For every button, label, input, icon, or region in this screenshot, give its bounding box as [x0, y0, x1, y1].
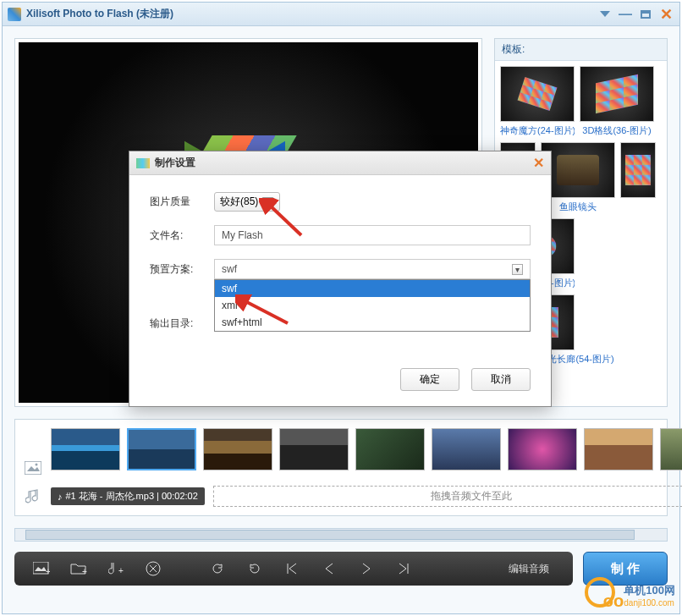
filename-label: 文件名:: [150, 228, 214, 243]
thumb-5[interactable]: [432, 428, 501, 470]
preset-option-swfhtml[interactable]: swf+html: [215, 314, 530, 331]
preset-select[interactable]: swf ▾: [214, 259, 531, 279]
ok-button[interactable]: 确定: [400, 368, 459, 391]
quality-select[interactable]: 较好(85) ▼: [214, 192, 280, 212]
move-right-button[interactable]: [356, 558, 377, 579]
preset-option-xml[interactable]: xml: [215, 297, 530, 314]
thumb-1[interactable]: [127, 428, 196, 470]
thumb-6[interactable]: [508, 428, 577, 470]
image-thumb-row: [51, 428, 682, 470]
add-image-button[interactable]: +: [31, 558, 52, 579]
svg-point-3: [36, 463, 38, 465]
app-icon: [8, 8, 21, 21]
titlebar: Xilisoft Photo to Flash (未注册) — ✕: [3, 3, 679, 26]
horizontal-scrollbar[interactable]: [14, 528, 668, 542]
maximize-button[interactable]: [637, 6, 654, 23]
template-header: 模板:: [495, 39, 667, 61]
template-item-3[interactable]: 鱼眼镜头: [541, 142, 615, 213]
note-icon: ♪: [58, 492, 63, 502]
rotate-left-button[interactable]: [207, 558, 228, 579]
chevron-down-icon: ▼: [261, 197, 274, 207]
svg-marker-2: [27, 466, 40, 471]
thumb-8[interactable]: [660, 428, 682, 470]
preset-option-swf[interactable]: swf: [215, 280, 530, 297]
dialog-titlebar: 制作设置 ✕: [129, 151, 551, 175]
dialog-title: 制作设置: [155, 156, 533, 170]
scrollbar-thumb[interactable]: [25, 530, 635, 540]
edit-audio-button[interactable]: 编辑音频: [502, 560, 556, 578]
thumb-0[interactable]: [51, 428, 120, 470]
filename-input[interactable]: [214, 225, 531, 245]
dialog-icon: [136, 158, 150, 168]
move-left-button[interactable]: [319, 558, 339, 579]
svg-marker-5: [35, 567, 47, 571]
add-audio-button[interactable]: +: [106, 558, 126, 579]
preset-dropdown: swf xml swf+html: [214, 279, 531, 332]
preset-label: 预置方案:: [150, 262, 214, 277]
cancel-button[interactable]: 取消: [471, 368, 531, 391]
bottom-bar: + + + 编辑音频 制 作: [14, 552, 668, 586]
svg-marker-0: [600, 11, 610, 17]
watermark-logo-icon: oo: [585, 577, 620, 613]
image-track-icon: [24, 459, 42, 477]
audio-row: ♪ #1 花海 - 周杰伦.mp3 | 00:02:02 拖拽音频文件至此: [51, 486, 682, 507]
titlebar-menu-button[interactable]: [597, 6, 613, 23]
audio-drop-zone[interactable]: 拖拽音频文件至此: [213, 486, 682, 507]
toolbar: + + + 编辑音频: [14, 552, 573, 586]
svg-text:+: +: [118, 566, 124, 575]
template-item-0[interactable]: 神奇魔方(24-图片): [500, 66, 575, 137]
audio-track-icon: [24, 487, 42, 506]
thumb-7[interactable]: [584, 428, 653, 470]
thumb-2[interactable]: [203, 428, 272, 470]
dialog-close-button[interactable]: ✕: [533, 155, 544, 171]
thumb-4[interactable]: [355, 428, 425, 470]
audio-clip[interactable]: ♪ #1 花海 - 周杰伦.mp3 | 00:02:02: [51, 487, 205, 505]
chevron-down-icon: ▾: [512, 264, 523, 275]
thumb-3[interactable]: [279, 428, 349, 470]
add-folder-button[interactable]: +: [69, 558, 89, 579]
minimize-button[interactable]: —: [617, 6, 634, 23]
template-item-4[interactable]: [620, 142, 656, 213]
settings-dialog: 制作设置 ✕ 图片质量 较好(85) ▼ 文件名: 预置方案: swf ▾ sw…: [129, 151, 552, 407]
rotate-right-button[interactable]: [245, 558, 265, 579]
delete-button[interactable]: [143, 558, 163, 579]
quality-label: 图片质量: [150, 195, 214, 209]
close-button[interactable]: ✕: [657, 6, 674, 23]
thumbnail-strip: ♪ #1 花海 - 周杰伦.mp3 | 00:02:02 拖拽音频文件至此: [14, 419, 668, 516]
move-last-button[interactable]: [393, 558, 414, 579]
app-title: Xilisoft Photo to Flash (未注册): [26, 7, 593, 21]
output-label: 输出目录:: [150, 316, 214, 331]
move-first-button[interactable]: [282, 558, 302, 579]
template-item-1[interactable]: 3D格线(36-图片): [580, 66, 654, 137]
svg-text:+: +: [46, 567, 50, 575]
watermark: oo 单机100网 danji100.com: [585, 577, 675, 613]
svg-text:+: +: [82, 567, 87, 575]
